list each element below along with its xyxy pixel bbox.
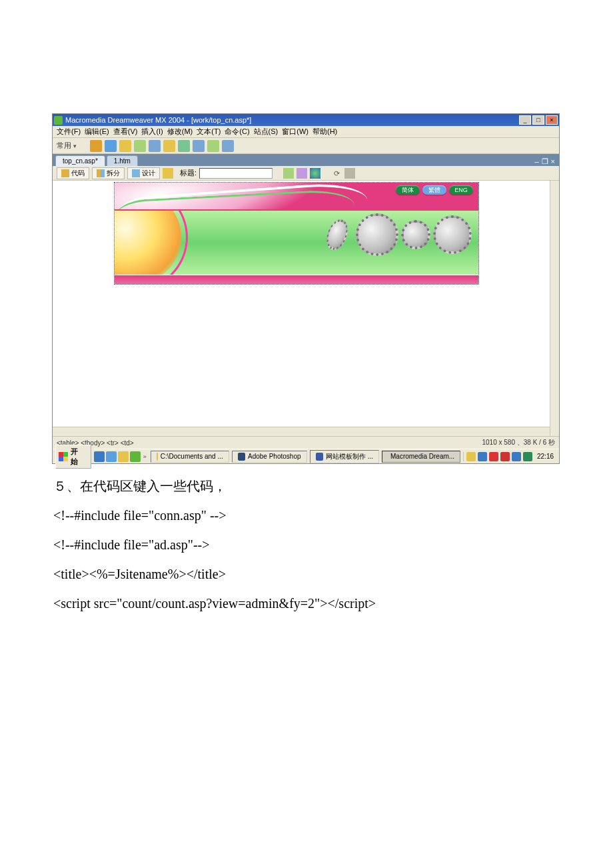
doc-close-button[interactable]: × bbox=[551, 157, 555, 166]
menu-insert[interactable]: 插入(I) bbox=[141, 127, 163, 137]
step-heading: ５、在代码区键入一些代码， bbox=[53, 476, 560, 496]
task-label: Macromedia Dream... bbox=[390, 453, 454, 460]
tab-top-cn-asp[interactable]: top_cn.asp* bbox=[55, 155, 105, 166]
start-label: 开始 bbox=[71, 447, 85, 467]
design-view-button[interactable]: 设计 bbox=[127, 167, 160, 179]
menu-edit[interactable]: 编辑(E) bbox=[85, 127, 109, 137]
media-icon[interactable] bbox=[163, 140, 175, 152]
task-label: Adobe Photoshop bbox=[248, 453, 301, 460]
doc-minimize-button[interactable]: – bbox=[534, 157, 538, 166]
menu-text[interactable]: 文本(T) bbox=[197, 127, 221, 137]
tab-1-htm[interactable]: 1.htm bbox=[107, 155, 138, 166]
lang-english-button[interactable]: ENG bbox=[449, 185, 473, 195]
menu-modify[interactable]: 修改(M) bbox=[167, 127, 193, 137]
code-line-4: <script src="count/count.asp?view=admin&… bbox=[53, 593, 560, 613]
menu-file[interactable]: 文件(F) bbox=[57, 127, 81, 137]
image-icon[interactable] bbox=[149, 140, 161, 152]
title-field[interactable] bbox=[199, 168, 273, 179]
task-label: 网站模板制作 ... bbox=[326, 452, 373, 461]
task-documents[interactable]: C:\Documents and ... bbox=[151, 451, 229, 463]
banner-table[interactable]: 简体 繁體 ENG bbox=[114, 182, 479, 285]
lang-traditional-button[interactable]: 繁體 bbox=[422, 185, 446, 195]
task-dreamweaver[interactable]: Macromedia Dream... bbox=[382, 451, 460, 463]
window-buttons: _ □ × bbox=[519, 115, 558, 125]
code-view-icon bbox=[61, 169, 69, 177]
gear-icon bbox=[433, 215, 472, 254]
view-options-icon[interactable] bbox=[344, 168, 355, 179]
menu-site[interactable]: 站点(S) bbox=[254, 127, 279, 137]
email-link-icon[interactable] bbox=[105, 140, 117, 152]
explorer-icon[interactable] bbox=[118, 451, 129, 462]
window-title: Macromedia Dreamweaver MX 2004 - [work/t… bbox=[65, 116, 519, 124]
tag-selector-bar: <table> <tbody> <tr> <td> 1010 x 580 、38… bbox=[53, 437, 559, 449]
gear-icon bbox=[356, 213, 398, 256]
table-icon[interactable] bbox=[134, 140, 146, 152]
no-browser-check-icon[interactable] bbox=[283, 168, 294, 179]
split-view-icon bbox=[97, 169, 105, 177]
tray-icon[interactable] bbox=[523, 452, 532, 461]
banner-header-row: 简体 繁體 ENG bbox=[115, 183, 478, 209]
insert-category-dropdown[interactable]: 常用 bbox=[57, 141, 77, 151]
menu-commands[interactable]: 命令(C) bbox=[225, 127, 249, 137]
folder-icon bbox=[157, 453, 158, 461]
menubar: 文件(F) 编辑(E) 查看(V) 插入(I) 修改(M) 文本(T) 命令(C… bbox=[53, 126, 559, 138]
date-icon[interactable] bbox=[178, 140, 190, 152]
menu-window[interactable]: 窗口(W) bbox=[282, 127, 308, 137]
menu-view[interactable]: 查看(V) bbox=[113, 127, 138, 137]
document-view-toolbar: 代码 拆分 设计 标题: ⟳ bbox=[53, 166, 559, 181]
clock: 22:16 bbox=[534, 453, 554, 460]
close-button[interactable]: × bbox=[546, 115, 558, 125]
preview-browser-icon[interactable] bbox=[310, 168, 320, 179]
desktop-icon[interactable] bbox=[106, 451, 117, 462]
maximize-button[interactable]: □ bbox=[532, 115, 544, 125]
tray-icon[interactable] bbox=[500, 452, 510, 461]
lang-simplified-button[interactable]: 简体 bbox=[396, 185, 420, 195]
design-view-label: 设计 bbox=[142, 169, 155, 178]
quick-launch-expand-icon[interactable]: » bbox=[142, 453, 148, 460]
validate-icon[interactable] bbox=[297, 168, 307, 179]
app-icon[interactable] bbox=[130, 451, 141, 462]
title-label: 标题: bbox=[180, 168, 197, 178]
doc-restore-button[interactable]: ❐ bbox=[542, 157, 548, 166]
photoshop-icon bbox=[238, 453, 245, 461]
live-data-icon[interactable] bbox=[163, 168, 173, 179]
code-view-button[interactable]: 代码 bbox=[57, 167, 89, 179]
quick-launch: » bbox=[94, 451, 148, 462]
start-button[interactable]: 开始 bbox=[55, 445, 91, 469]
gear-icon bbox=[322, 217, 351, 253]
code-line-2: <!--#include file="ad.asp"--> bbox=[53, 535, 560, 555]
design-canvas[interactable]: 简体 繁體 ENG bbox=[53, 181, 559, 437]
hyperlink-icon[interactable] bbox=[90, 140, 102, 152]
task-word[interactable]: 网站模板制作 ... bbox=[310, 450, 379, 463]
window-titlebar: Macromedia Dreamweaver MX 2004 - [work/t… bbox=[53, 114, 559, 126]
templates-icon[interactable] bbox=[207, 140, 219, 152]
named-anchor-icon[interactable] bbox=[119, 140, 131, 152]
split-view-label: 拆分 bbox=[107, 169, 120, 178]
design-view-icon bbox=[132, 169, 140, 177]
split-view-button[interactable]: 拆分 bbox=[92, 167, 125, 179]
article-body: ５、在代码区键入一些代码， <!--#include file="conn.as… bbox=[53, 476, 560, 613]
banner-footer-row bbox=[115, 275, 478, 284]
gear-icon bbox=[401, 220, 430, 249]
comment-icon[interactable] bbox=[193, 140, 205, 152]
document-tabs: top_cn.asp* 1.htm – ❐ × bbox=[53, 154, 559, 166]
code-line-1: <!--#include file="conn.asp" --> bbox=[53, 505, 560, 525]
banner-body-row bbox=[115, 209, 478, 275]
tray-icon[interactable] bbox=[478, 452, 487, 461]
tray-icon[interactable] bbox=[466, 452, 476, 461]
menu-help[interactable]: 帮助(H) bbox=[312, 127, 337, 137]
vertical-scrollbar[interactable] bbox=[550, 181, 559, 436]
minimize-button[interactable]: _ bbox=[519, 115, 531, 125]
tray-icon[interactable] bbox=[489, 452, 498, 461]
status-dimensions: 1010 x 580 、38 K / 6 秒 bbox=[482, 438, 555, 447]
system-tray: 22:16 bbox=[463, 452, 556, 461]
windows-taskbar: 开始 » C:\Documents and ... Adobe Photosho… bbox=[53, 449, 559, 463]
word-icon bbox=[316, 453, 323, 461]
ie-icon[interactable] bbox=[94, 451, 105, 462]
tag-chooser-icon[interactable] bbox=[222, 140, 234, 152]
horizontal-scrollbar[interactable] bbox=[53, 427, 550, 436]
tray-icon[interactable] bbox=[512, 452, 521, 461]
task-label: C:\Documents and ... bbox=[161, 453, 223, 460]
task-photoshop[interactable]: Adobe Photoshop bbox=[232, 451, 307, 463]
refresh-icon[interactable]: ⟳ bbox=[331, 168, 342, 179]
